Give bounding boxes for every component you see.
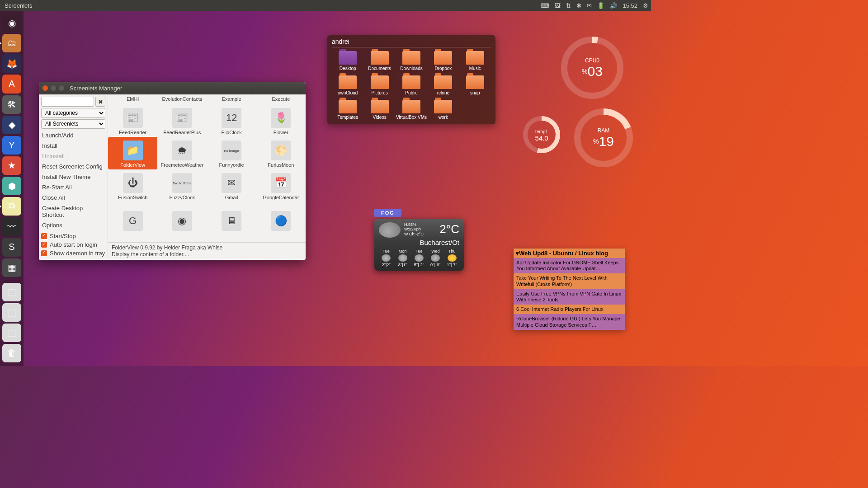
folder-public[interactable]: Public [396,75,427,95]
folder-documents[interactable]: Documents [363,51,395,71]
folder-label: Templates [337,115,358,120]
network-indicator-icon[interactable]: ⇅ [566,2,571,9]
folder-videos[interactable]: Videos [363,100,395,120]
screenlet-googlecalendar[interactable]: 📅GoogleCalendar [256,169,306,202]
menu-options[interactable]: Options [41,220,105,230]
launcher-firefox[interactable]: 🦊 [2,54,21,73]
feed-item[interactable]: Take Your Writing To The Next Level With… [514,273,625,289]
feed-title[interactable]: ▾Web Upd8 - Ubuntu / Linux blog [514,249,625,258]
folder-snap[interactable]: snap [459,75,491,95]
screenlet-flipclock[interactable]: 12FlipClock [207,104,256,137]
folderview-widget[interactable]: andrei DesktopDocumentsDownloadsDropboxM… [327,35,495,124]
menu-re-start-all[interactable]: Re-Start All [41,182,105,192]
screenlet-fuzzyclock[interactable]: five to threeFuzzyClock [157,169,207,202]
screenlet-icon: 📰 [172,108,192,128]
window-titlebar[interactable]: Screenlets Manager [39,82,306,94]
launcher-trash[interactable]: 🗑 [2,344,21,362]
clock[interactable]: 15:52 [623,2,637,9]
session-indicator-icon[interactable]: ⚙ [643,2,648,9]
menu-install[interactable]: Install [41,141,105,151]
screenlet-fusionswitch[interactable]: ⏻FusionSwitch [108,169,157,202]
menu-launch-add[interactable]: Launch/Add [41,130,105,141]
screenlet-item[interactable]: 🔵 [256,202,306,235]
info-line-2: Display the content of a folder.... [112,251,302,258]
screenlet-funnyordie[interactable]: no imageFunnyordie [207,137,256,169]
screenlet-flower[interactable]: 🌷Flower [256,104,306,137]
mail-indicator-icon[interactable]: ✉ [587,2,592,9]
feed-item[interactable]: 6 Cool Internet Radio Players For Linux [514,305,625,314]
screenlet-item[interactable]: 🖥 [207,202,256,235]
ram-value: 19 [599,134,614,149]
screenlet-furiusmoon[interactable]: 🌕FuriusMoon [256,137,306,169]
folder-icon [434,100,452,113]
screenlet-item[interactable]: G [108,202,157,235]
screenlet-freemeteoweather[interactable]: 🌧FreemeteoWeather [157,137,207,169]
window-close-icon[interactable] [42,85,48,91]
bluetooth-indicator-icon[interactable]: ✱ [576,2,581,9]
folder-dropbox[interactable]: Dropbox [427,51,459,71]
screenlets-grid[interactable]: EMHIEvolutionContactsExampleExecute📰Feed… [108,94,306,242]
filter-select[interactable]: All Screenlets [41,119,105,129]
launcher-drive3[interactable]: ⬚ [2,324,21,342]
category-select[interactable]: All categories [41,108,105,118]
screenlet-gmail[interactable]: ✉Gmail [207,169,256,202]
menu-reset-screenlet-config[interactable]: Reset Screenlet Config [41,161,105,172]
folder-icon [402,51,420,65]
folder-pictures[interactable]: Pictures [363,75,395,95]
screenlet-item[interactable]: ◉ [157,202,207,235]
screenlet-folderview[interactable]: 📁FolderView [108,137,157,169]
launcher-sublime[interactable]: S [2,238,21,256]
launcher-wunderlist[interactable]: ★ [2,156,21,175]
menu-close-all[interactable]: Close All [41,192,105,203]
screenlet-label: FeedReader [119,130,146,135]
feed-item[interactable]: Easily Use Free VPNs From VPN Gate In Li… [514,289,625,305]
window-maximize-icon[interactable] [59,85,64,91]
keyboard-indicator-icon[interactable]: ⌨ [541,2,549,9]
launcher-workspaces[interactable]: ▦ [2,258,21,277]
launcher-screenlets[interactable]: ⧉ [2,197,21,216]
grid-header[interactable]: EMHI [108,96,157,104]
messaging-indicator-icon[interactable]: 🖼 [555,2,561,9]
folder-label: Documents [368,66,391,71]
menu-install-new-theme[interactable]: Install New Theme [41,172,105,182]
launcher-monitor[interactable]: 〰 [2,217,21,236]
launcher-yppa[interactable]: Y [2,136,21,155]
window-minimize-icon[interactable] [51,85,56,91]
battery-indicator-icon[interactable]: 🔋 [597,2,604,9]
screenlet-feedreaderplus[interactable]: 📰FeedReaderPlus [157,104,207,137]
clear-search-button[interactable]: ✖ [95,97,105,107]
folder-desktop[interactable]: Desktop [332,51,363,71]
folder-music[interactable]: Music [459,51,491,71]
launcher-settings[interactable]: 🛠 [2,95,21,114]
screenlet-feedreader[interactable]: 📰FeedReader [108,104,157,137]
sound-indicator-icon[interactable]: 🔊 [610,2,617,9]
grid-header[interactable]: Execute [256,96,306,104]
weather-widget[interactable]: FOG H:93% W:22Kph W Ch:-2°C 2°C Buchares… [374,209,464,271]
launcher-drive1[interactable]: ⬚ [2,283,21,301]
folder-work[interactable]: work [427,100,459,120]
feed-item[interactable]: Apt Update Indicator For GNOME Shell Kee… [514,258,625,273]
screenlet-label: FusionSwitch [118,195,147,200]
launcher-atom[interactable]: ⬢ [2,177,21,195]
folder-rclone[interactable]: rclone [427,75,459,95]
check-auto-start-on-login[interactable]: Auto start on login [41,240,105,249]
launcher-dash[interactable]: ◉ [2,14,21,32]
launcher-software[interactable]: A [2,75,21,93]
folder-downloads[interactable]: Downloads [396,51,427,71]
launcher-drive2[interactable]: ⬚ [2,303,21,322]
feed-widget[interactable]: ▾Web Upd8 - Ubuntu / Linux blog Apt Upda… [514,249,625,330]
folder-virtualbox-vms[interactable]: VirtualBox VMs [396,100,427,120]
check-start-stop[interactable]: Start/Stop [41,232,105,240]
grid-header[interactable]: Example [207,96,256,104]
menu-create-desktop-shortcut[interactable]: Create Desktop Shortcut [41,203,105,220]
folder-templates[interactable]: Templates [332,100,363,120]
launcher-virtualbox[interactable]: ◆ [2,116,21,134]
check-show-daemon-in-tray[interactable]: Show daemon in tray [41,249,105,258]
folder-icon [371,51,389,65]
launcher-files[interactable]: 🗂 [2,34,21,52]
search-input[interactable] [41,97,94,107]
folder-label: ownCloud [338,90,358,95]
folder-owncloud[interactable]: ownCloud [332,75,363,95]
grid-header[interactable]: EvolutionContacts [157,96,207,104]
feed-item[interactable]: RcloneBrowser (Rclone GUI) Lets You Mana… [514,314,625,329]
